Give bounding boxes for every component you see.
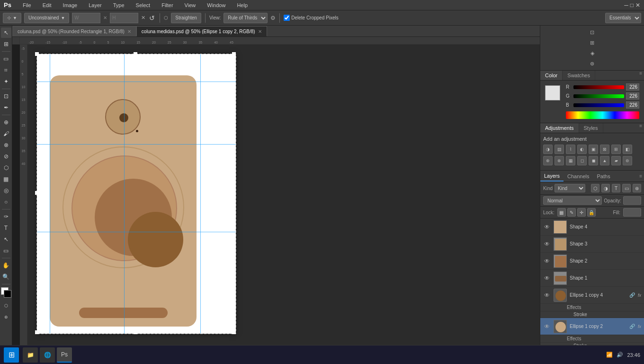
start-btn[interactable]: ⊞	[4, 347, 19, 363]
lock-position[interactable]: ✛	[577, 208, 586, 217]
menu-filter[interactable]: Filter	[160, 1, 175, 9]
tool-3d[interactable]: ⊛	[1, 312, 11, 322]
unconstrained-btn[interactable]: Unconstrained ▼	[24, 13, 69, 23]
menu-help[interactable]: Help	[235, 1, 250, 9]
adj-colorbalance[interactable]: ⊞	[611, 145, 621, 154]
layer-shape4[interactable]: 👁 Shape 4	[540, 218, 644, 236]
tab-channels[interactable]: Channels	[564, 172, 593, 181]
tool-brush[interactable]: 🖌	[1, 128, 11, 139]
fill-input[interactable]: 100%	[623, 208, 641, 217]
taskbar-file-explorer[interactable]: 📁	[23, 347, 38, 363]
layers-panel-expand[interactable]: ≡	[637, 173, 644, 179]
adj-levels[interactable]: ▤	[555, 145, 564, 154]
height-input[interactable]	[110, 13, 138, 23]
layer-shape2[interactable]: 👁 Shape 2	[540, 253, 644, 270]
r-value-input[interactable]: 226	[626, 83, 639, 91]
color-boxes[interactable]	[1, 287, 11, 298]
layer-ellipse-copy2[interactable]: 👁 Ellipse 1 copy 2 🔗 fx	[540, 318, 644, 335]
color-panel-expand[interactable]: ≡	[637, 71, 644, 80]
adj-gradient-map[interactable]: ▰	[611, 156, 621, 165]
blend-mode-select[interactable]: Normal	[543, 196, 602, 205]
layer-shape2-vis[interactable]: 👁	[543, 257, 551, 265]
layer-shape1[interactable]: 👁 Shape 1	[540, 270, 644, 287]
adj-selective-color[interactable]: ⊜	[623, 156, 632, 165]
adj-threshold[interactable]: ▲	[600, 156, 609, 165]
layer-filter-shape[interactable]: ▭	[622, 184, 631, 192]
menu-window[interactable]: Window	[205, 1, 227, 9]
tool-hand[interactable]: ✋	[1, 260, 11, 271]
canvas-document[interactable]	[37, 54, 236, 334]
layer-filter-pixel[interactable]: ⬡	[591, 184, 599, 192]
layer-ellipse-copy2-link[interactable]: 🔗	[629, 324, 635, 329]
layer-filter-adj[interactable]: ◑	[601, 184, 610, 192]
opacity-input[interactable]: 90%	[623, 196, 641, 205]
layer-shape4-vis[interactable]: 👁	[543, 223, 551, 231]
g-value-input[interactable]: 226	[626, 92, 639, 100]
reset-crop-btn[interactable]: ↺	[148, 13, 156, 23]
layer-ellipse-copy2-vis[interactable]: 👁	[543, 323, 551, 330]
tab-styles[interactable]: Styles	[579, 123, 603, 133]
lock-all[interactable]: 🔒	[587, 208, 596, 217]
layer-shape1-vis[interactable]: 👁	[543, 274, 551, 282]
canvas-scroll[interactable]	[27, 45, 540, 355]
tool-move[interactable]: ↖	[1, 27, 11, 38]
tab-adjustments[interactable]: Adjustments	[540, 123, 579, 133]
b-slider[interactable]	[573, 103, 624, 107]
delete-cropped-check[interactable]: Delete Cropped Pixels	[284, 15, 339, 21]
color-preview-box[interactable]	[545, 85, 560, 100]
tool-dodge[interactable]: ○	[1, 197, 11, 207]
minimize-btn[interactable]: ─	[624, 2, 628, 9]
tool-shape[interactable]: ▭	[1, 246, 11, 256]
menu-layer[interactable]: Layer	[87, 1, 104, 9]
adj-invert[interactable]: ◻	[577, 156, 587, 165]
adj-exposure[interactable]: ◐	[577, 145, 587, 154]
tab-coluna-medidas-close[interactable]: ✕	[258, 29, 262, 34]
layer-ellipse-copy4-vis[interactable]: 👁	[543, 291, 551, 299]
adj-bw[interactable]: ◧	[623, 145, 632, 154]
essentials-select[interactable]: Essentials	[605, 13, 641, 23]
tool-pen[interactable]: ✑	[1, 211, 11, 222]
lock-image[interactable]: ✎	[567, 208, 576, 217]
tool-eraser[interactable]: ⬡	[1, 163, 11, 173]
tab-swatches[interactable]: Swatches	[563, 71, 595, 80]
tool-crop[interactable]: ⊡	[1, 91, 11, 101]
menu-file[interactable]: File	[21, 1, 33, 9]
b-slider-wrap[interactable]	[573, 103, 624, 107]
maximize-btn[interactable]: □	[630, 2, 634, 9]
layer-filter-type[interactable]: T	[612, 184, 620, 192]
panel-icon-2[interactable]: ⊞	[588, 38, 597, 47]
tab-color[interactable]: Color	[540, 71, 563, 80]
menu-image[interactable]: Image	[61, 1, 80, 9]
r-slider[interactable]	[573, 85, 624, 89]
adj-posterize[interactable]: ◼	[589, 156, 598, 165]
panel-icon-3[interactable]: ◈	[588, 48, 597, 58]
layer-ellipse-copy4[interactable]: 👁 Ellipse 1 copy 4 🔗 fx	[540, 287, 644, 304]
g-slider[interactable]	[573, 94, 624, 98]
tool-panel-toggle[interactable]: ⬡	[1, 300, 11, 311]
tool-mode-btn[interactable]: ⊹ ▼	[3, 13, 21, 23]
tab-layers[interactable]: Layers	[540, 171, 564, 182]
taskbar-chrome[interactable]: 🌐	[40, 347, 55, 363]
close-small-icon[interactable]: ✕	[141, 15, 145, 21]
tab-paths[interactable]: Paths	[593, 172, 614, 181]
layer-ellipse-copy4-link[interactable]: 🔗	[629, 292, 635, 298]
width-input[interactable]	[72, 13, 100, 23]
view-select[interactable]: Rule of Thirds	[224, 13, 268, 23]
tab-coluna-close[interactable]: ✕	[127, 29, 131, 34]
tab-coluna-medidas[interactable]: coluna medidas.psd @ 50% (Ellipse 1 copy…	[136, 26, 267, 36]
tool-artboard[interactable]: ⊞	[1, 39, 11, 49]
close-btn[interactable]: ✕	[635, 2, 640, 9]
r-slider-wrap[interactable]	[573, 85, 624, 89]
tool-marquee[interactable]: ▭	[1, 54, 11, 64]
layer-ellipse-copy2-fx[interactable]: fx	[638, 324, 641, 329]
menu-select[interactable]: Select	[134, 1, 152, 9]
color-spectrum[interactable]	[566, 111, 639, 119]
menu-view[interactable]: View	[183, 1, 198, 9]
tool-blur[interactable]: ◎	[1, 185, 11, 196]
tool-path-select[interactable]: ↖	[1, 234, 11, 245]
layer-shape3[interactable]: 👁 Shape 3	[540, 236, 644, 253]
adj-color-lookup[interactable]: ▦	[566, 156, 575, 165]
adj-photo-filter[interactable]: ⊕	[543, 156, 553, 165]
layer-shape3-vis[interactable]: 👁	[543, 240, 551, 248]
menu-edit[interactable]: Edit	[41, 1, 54, 9]
